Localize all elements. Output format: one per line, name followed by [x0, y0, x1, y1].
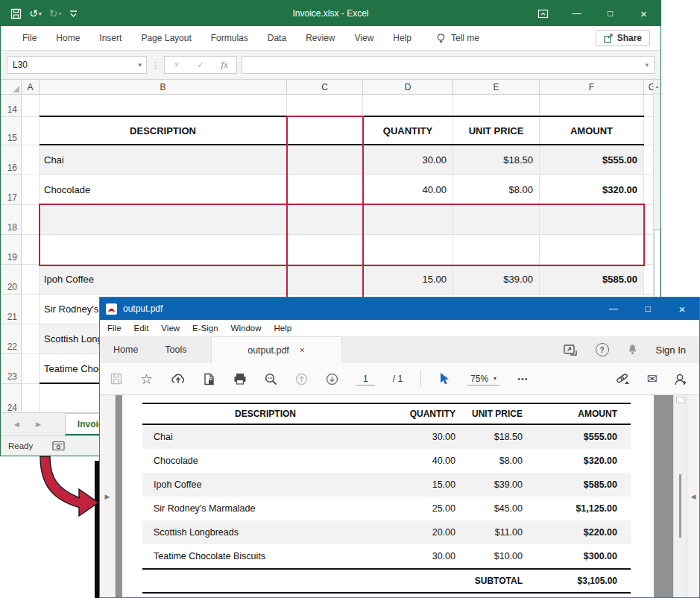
cell-description-header[interactable]: DESCRIPTION	[40, 117, 287, 145]
cell-f17[interactable]: $320.00	[540, 175, 644, 205]
row-header-20[interactable]: 20	[1, 265, 22, 295]
cell-unit-price-header[interactable]: UNIT PRICE	[453, 117, 540, 145]
expand-right-panel-icon[interactable]: ◀	[691, 493, 696, 500]
pdf-scrollbar-thumb[interactable]	[679, 474, 681, 538]
previous-page-icon[interactable]	[295, 373, 308, 385]
add-user-icon[interactable]	[674, 373, 687, 385]
row-header-16[interactable]: 16	[1, 145, 22, 175]
cell-e16[interactable]: $18.50	[453, 145, 540, 175]
cell-c14[interactable]	[287, 95, 363, 117]
pdf-vertical-scrollbar[interactable]	[673, 395, 687, 597]
cell-a23[interactable]	[22, 354, 40, 384]
customize-qat-icon[interactable]	[67, 7, 80, 19]
confirm-entry-icon[interactable]: ✓	[189, 60, 212, 70]
cell-b17[interactable]: Chocolade	[40, 175, 287, 205]
column-header-e[interactable]: E	[453, 80, 540, 95]
cell-e14[interactable]	[453, 95, 540, 117]
save-icon[interactable]	[8, 7, 24, 21]
pdf-menu-esign[interactable]: E-Sign	[192, 324, 218, 333]
bell-icon[interactable]	[627, 344, 638, 356]
ribbon-tab-page-layout[interactable]: Page Layout	[131, 26, 201, 50]
cell-f14[interactable]	[540, 95, 644, 117]
cell-b20[interactable]: Ipoh Coffee	[40, 265, 287, 295]
cell-e17[interactable]: $8.00	[453, 175, 540, 205]
ribbon-tab-home[interactable]: Home	[46, 26, 89, 50]
cell-d16[interactable]: 30.00	[363, 145, 453, 175]
column-header-a[interactable]: A	[22, 80, 40, 95]
row-header-17[interactable]: 17	[1, 175, 22, 205]
row-header-15[interactable]: 15	[1, 117, 22, 145]
row-header-21[interactable]: 21	[1, 295, 22, 324]
pdf-minimize-button[interactable]: —	[596, 298, 631, 320]
ribbon-tab-formulas[interactable]: Formulas	[201, 26, 258, 50]
close-button[interactable]: ×	[627, 1, 660, 26]
expand-left-panel-icon[interactable]: ▶	[105, 493, 110, 500]
pdf-maximize-button[interactable]: □	[631, 298, 665, 320]
pdf-menu-window[interactable]: Window	[231, 324, 262, 333]
tab-close-icon[interactable]: ×	[300, 345, 305, 356]
ribbon-tab-data[interactable]: Data	[258, 26, 296, 50]
share-button[interactable]: Share	[596, 30, 650, 46]
tab-document[interactable]: output.pdf ×	[211, 336, 342, 363]
cell-a18[interactable]	[22, 205, 40, 235]
insert-function-icon[interactable]: fx	[212, 59, 236, 71]
pdf-left-panel-expand[interactable]: ▶	[100, 395, 116, 597]
next-page-icon[interactable]	[326, 373, 338, 385]
cell-d17[interactable]: 40.00	[363, 175, 453, 205]
cell-a22[interactable]	[22, 324, 40, 354]
ribbon-display-options-icon[interactable]	[526, 1, 560, 26]
row-header-18[interactable]: 18	[1, 205, 22, 235]
pdf-menu-help[interactable]: Help	[274, 324, 292, 333]
sheet-nav-right-icon[interactable]: ▶	[36, 421, 41, 428]
sign-in-button[interactable]: Sign In	[656, 344, 686, 356]
share-screen-icon[interactable]	[564, 344, 578, 356]
column-header-b[interactable]: B	[40, 80, 287, 95]
name-box[interactable]: L30 ▾	[7, 56, 147, 74]
cell-f16[interactable]: $555.00	[540, 145, 644, 175]
pdf-menu-view[interactable]: View	[161, 324, 180, 333]
cell-quantity-header[interactable]: QUANTITY	[363, 117, 453, 145]
cell-e20[interactable]: $39.00	[453, 265, 540, 295]
help-icon[interactable]: ?	[596, 343, 609, 356]
page-lock-icon[interactable]	[204, 373, 215, 385]
ribbon-tab-help[interactable]: Help	[383, 26, 421, 50]
row-header-24[interactable]: 24	[1, 384, 22, 412]
cell-a16[interactable]	[22, 145, 40, 175]
pdf-close-button[interactable]: ×	[665, 298, 699, 320]
cell-amount-header[interactable]: AMOUNT	[540, 117, 644, 145]
column-header-d[interactable]: D	[363, 80, 453, 95]
page-number-input[interactable]: 1	[356, 373, 375, 385]
more-tools-icon[interactable]: •••	[517, 374, 529, 383]
pdf-scroll-button[interactable]	[676, 397, 685, 403]
pdf-menu-file[interactable]: File	[107, 324, 122, 333]
row-header-23[interactable]: 23	[1, 354, 22, 384]
ribbon-tab-review[interactable]: Review	[296, 26, 344, 50]
scroll-up-icon[interactable]: ▲	[654, 80, 660, 94]
zoom-caret-icon[interactable]: ▾	[494, 375, 496, 382]
row-header-19[interactable]: 19	[1, 235, 22, 265]
maximize-button[interactable]: □	[593, 1, 627, 26]
cell-d14[interactable]	[363, 95, 453, 117]
accessibility-status-icon[interactable]	[52, 441, 65, 451]
row-header-14[interactable]: 14	[1, 95, 22, 117]
redo-button[interactable]: ↻▾	[47, 6, 64, 21]
ribbon-tab-file[interactable]: File	[13, 26, 46, 50]
zoom-level-control[interactable]: 75% ▾	[467, 373, 499, 385]
select-all-corner[interactable]	[1, 80, 22, 95]
cell-b14[interactable]	[40, 95, 287, 117]
cell-a24[interactable]	[22, 384, 40, 412]
minimize-button[interactable]: —	[560, 1, 593, 26]
row-header-22[interactable]: 22	[1, 324, 22, 354]
cloud-upload-icon[interactable]	[171, 373, 186, 385]
cell-a21[interactable]	[22, 295, 40, 324]
cell-a19[interactable]	[22, 235, 40, 265]
print-icon[interactable]	[233, 373, 247, 385]
expand-formula-bar-icon[interactable]: ▾	[645, 61, 649, 69]
select-pointer-icon[interactable]	[439, 372, 450, 385]
sheet-nav-left-icon[interactable]: ◀	[14, 421, 19, 428]
formula-input[interactable]: ▾	[242, 56, 655, 74]
tab-tools[interactable]: Tools	[151, 336, 200, 363]
cancel-entry-icon[interactable]: ×	[165, 60, 189, 70]
cell-a14[interactable]	[22, 95, 40, 117]
tell-me-box[interactable]: Tell me	[436, 33, 479, 44]
